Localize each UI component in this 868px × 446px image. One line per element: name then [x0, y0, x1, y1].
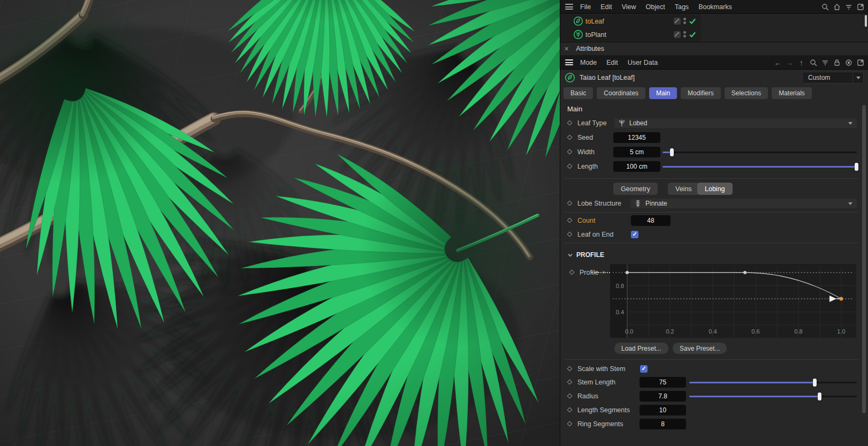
- om-scrollbar-thumb[interactable]: [865, 15, 867, 27]
- param-diamond-icon[interactable]: [567, 380, 573, 385]
- subtab-row: Geometry Veins Lobing: [560, 183, 868, 195]
- object-row-toplant[interactable]: toPlant: [560, 28, 701, 41]
- param-diamond-icon[interactable]: [567, 407, 573, 413]
- object-title-row: Taiao Leaf [toLeaf] Custom: [560, 70, 868, 86]
- back-arrow-icon[interactable]: ←: [774, 58, 782, 66]
- width-slider[interactable]: [663, 148, 857, 156]
- radius-slider[interactable]: [689, 392, 857, 400]
- tab-selections[interactable]: Selections: [725, 87, 768, 99]
- save-preset-button[interactable]: Save Preset...: [673, 343, 727, 354]
- enabled-check-icon[interactable]: [689, 17, 696, 25]
- param-diamond-icon[interactable]: [569, 270, 575, 275]
- filter-icon[interactable]: [844, 3, 852, 11]
- param-diamond-icon[interactable]: [567, 164, 573, 169]
- param-label: Lobe Structure: [577, 200, 621, 207]
- slider-handle[interactable]: [855, 163, 858, 171]
- lobed-leaf-icon: [618, 119, 626, 127]
- scale-with-stem-checkbox[interactable]: ✓: [640, 365, 648, 373]
- preset-button-row: Load Preset... Save Preset...: [560, 343, 868, 354]
- layer-toggle-icon[interactable]: [674, 18, 681, 25]
- param-diamond-icon[interactable]: [567, 135, 573, 140]
- length-slider[interactable]: [663, 163, 857, 171]
- om-menu-edit[interactable]: Edit: [596, 3, 617, 11]
- radius-input[interactable]: 7.8: [639, 391, 686, 402]
- slider-handle[interactable]: [813, 379, 817, 387]
- attr-menu-edit[interactable]: Edit: [601, 59, 623, 66]
- chevron-down-icon[interactable]: [852, 72, 863, 83]
- subtab-lobing[interactable]: Lobing: [697, 183, 733, 195]
- slider-handle[interactable]: [670, 148, 674, 156]
- target-icon[interactable]: [844, 58, 852, 66]
- lock-icon[interactable]: [833, 58, 841, 66]
- object-row-toleaf[interactable]: toLeaf: [560, 14, 701, 28]
- param-diamond-icon[interactable]: [567, 366, 573, 372]
- subtab-veins[interactable]: Veins: [668, 183, 699, 195]
- seed-input[interactable]: 12345: [613, 132, 660, 143]
- visibility-dots-icon[interactable]: [683, 18, 686, 24]
- slider-handle[interactable]: [818, 392, 821, 400]
- param-diamond-icon[interactable]: [567, 218, 573, 223]
- param-diamond-icon[interactable]: [567, 394, 573, 399]
- scrollbar-thumb[interactable]: [862, 105, 866, 413]
- search-icon[interactable]: [809, 58, 817, 66]
- attr-menu-mode[interactable]: Mode: [575, 59, 601, 66]
- attr-menu-userdata[interactable]: User Data: [623, 59, 663, 66]
- lobe-structure-dropdown[interactable]: Pinnate: [630, 198, 857, 209]
- om-menu-view[interactable]: View: [617, 3, 641, 11]
- tab-modifiers[interactable]: Modifiers: [681, 87, 721, 99]
- param-label: Ring Segments: [577, 420, 623, 428]
- length-segments-input[interactable]: 10: [639, 405, 686, 415]
- visibility-dots-icon[interactable]: [683, 31, 686, 37]
- param-label: Length Segments: [577, 406, 630, 414]
- param-diamond-icon[interactable]: [567, 201, 573, 206]
- param-diamond-icon[interactable]: [567, 421, 573, 427]
- tab-main[interactable]: Main: [649, 87, 677, 99]
- om-menu-tags[interactable]: Tags: [670, 3, 694, 11]
- object-name[interactable]: toLeaf: [585, 18, 604, 25]
- load-preset-button[interactable]: Load Preset...: [614, 343, 668, 354]
- close-icon[interactable]: ✕: [564, 46, 569, 52]
- length-input[interactable]: 100 cm: [613, 161, 660, 172]
- search-icon[interactable]: [821, 3, 829, 11]
- attributes-panel-header: ✕ Attributes: [560, 42, 868, 56]
- leaf-type-dropdown[interactable]: Lobed: [614, 118, 857, 128]
- om-menu-object[interactable]: Object: [641, 3, 670, 11]
- enabled-check-icon[interactable]: [689, 31, 696, 38]
- leaf-on-end-checkbox[interactable]: ✓: [631, 231, 638, 238]
- object-name[interactable]: toPlant: [585, 31, 606, 39]
- param-row-stem-length: Stem Length 75: [560, 375, 868, 389]
- leaf-circle-icon[interactable]: [573, 16, 583, 26]
- profile-curve-editor[interactable]: 0.80.40.00.20.40.60.81.0: [610, 264, 856, 338]
- preset-dropdown[interactable]: Custom: [802, 72, 864, 84]
- stem-length-input[interactable]: 75: [639, 377, 686, 388]
- profile-group-header[interactable]: PROFILE: [568, 251, 604, 259]
- count-input[interactable]: 48: [631, 215, 671, 226]
- hamburger-icon[interactable]: [565, 4, 573, 10]
- subtab-geometry[interactable]: Geometry: [613, 183, 658, 195]
- filter-icon[interactable]: [821, 58, 829, 66]
- width-input[interactable]: 5 cm: [613, 147, 660, 157]
- viewport-3d[interactable]: [0, 0, 560, 446]
- param-diamond-icon[interactable]: [567, 120, 573, 126]
- forward-arrow-icon[interactable]: →: [786, 58, 794, 66]
- param-label: Radius: [577, 392, 598, 400]
- home-icon[interactable]: [833, 3, 841, 11]
- param-diamond-icon[interactable]: [567, 149, 573, 155]
- om-menu-file[interactable]: File: [575, 3, 596, 11]
- om-menu-bookmarks[interactable]: Bookmarks: [694, 3, 737, 11]
- popout-icon[interactable]: [856, 3, 864, 11]
- param-diamond-icon[interactable]: [567, 232, 573, 237]
- tab-basic[interactable]: Basic: [564, 87, 593, 99]
- up-arrow-icon[interactable]: ↑: [797, 58, 805, 66]
- ring-segments-input[interactable]: 8: [639, 419, 686, 429]
- viewport-canvas[interactable]: [0, 0, 560, 446]
- tab-materials[interactable]: Materials: [772, 87, 812, 99]
- popout-icon[interactable]: [856, 58, 864, 66]
- tab-coordinates[interactable]: Coordinates: [597, 87, 645, 99]
- stem-length-slider[interactable]: [689, 379, 857, 387]
- plant-circle-icon[interactable]: [573, 29, 583, 40]
- svg-text:0.8: 0.8: [616, 283, 624, 289]
- hamburger-icon[interactable]: [565, 59, 573, 65]
- layer-toggle-icon[interactable]: [674, 31, 681, 38]
- panel-scrollbar[interactable]: [862, 87, 866, 446]
